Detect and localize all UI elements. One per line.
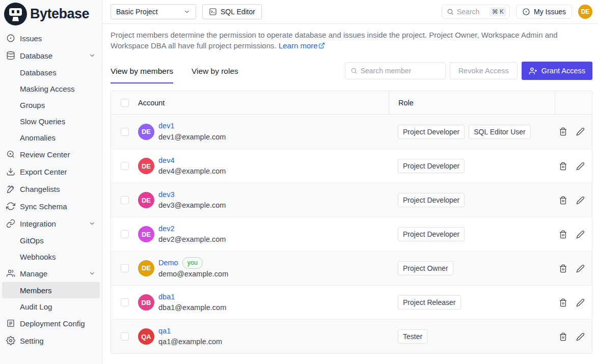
member-name-link[interactable]: dev4 xyxy=(158,155,226,166)
sidebar-item-setting[interactable]: Setting xyxy=(2,332,100,349)
terminal-square-icon xyxy=(209,8,217,16)
table-row: DE dev3 dev3@example.com Project Develop… xyxy=(111,183,592,217)
controls-row: View by members View by roles Search mem… xyxy=(111,62,592,83)
row-checkbox[interactable] xyxy=(121,298,129,306)
row-checkbox[interactable] xyxy=(121,162,129,170)
sidebar-item-label: Deployment Config xyxy=(20,319,85,328)
role-chip: Tester xyxy=(398,329,427,344)
pencil-ruler-icon xyxy=(6,184,15,193)
row-checkbox[interactable] xyxy=(121,128,129,136)
external-link-icon xyxy=(318,41,325,47)
sidebar-item-members[interactable]: Members xyxy=(2,282,100,298)
search-member-input[interactable]: Search member xyxy=(345,62,446,79)
member-email: dev3@example.com xyxy=(158,200,226,211)
sidebar-item-review-center[interactable]: Review Center xyxy=(2,146,100,163)
member-email: dev4@example.com xyxy=(158,166,226,177)
edit-member-button[interactable] xyxy=(576,230,585,239)
project-select[interactable]: Basic Project xyxy=(111,4,196,19)
sidebar-item-slow-queries[interactable]: Slow Queries xyxy=(2,113,100,129)
row-checkbox[interactable] xyxy=(121,264,129,272)
sidebar-item-gitops[interactable]: GitOps xyxy=(2,232,100,248)
delete-member-button[interactable] xyxy=(559,196,567,205)
review-search-icon xyxy=(6,150,15,159)
edit-member-button[interactable] xyxy=(576,298,585,307)
role-chip: Project Releaser xyxy=(398,295,461,310)
users-icon xyxy=(6,269,15,278)
sidebar-nav: Issues Database Databases Masking Access… xyxy=(0,29,102,349)
member-name-link[interactable]: dev2 xyxy=(158,223,226,234)
edit-member-button[interactable] xyxy=(576,332,585,341)
you-badge: you xyxy=(182,257,203,268)
sidebar-item-anomalies[interactable]: Anomalies xyxy=(2,129,100,146)
sidebar-item-sync-schema[interactable]: Sync Schema xyxy=(2,198,100,215)
page-description: Project members determine the permission… xyxy=(111,30,592,51)
edit-member-button[interactable] xyxy=(576,127,585,136)
delete-member-button[interactable] xyxy=(559,298,567,307)
select-all-checkbox[interactable] xyxy=(121,99,129,107)
sidebar-item-database[interactable]: Database xyxy=(2,47,100,64)
sidebar-item-manage[interactable]: Manage xyxy=(2,265,100,282)
tab-view-by-roles[interactable]: View by roles xyxy=(192,67,238,83)
member-name-link[interactable]: Demo xyxy=(158,258,178,268)
sidebar-item-label: Review Center xyxy=(20,150,70,159)
delete-member-button[interactable] xyxy=(559,230,567,239)
member-name-link[interactable]: dba1 xyxy=(158,292,226,302)
delete-member-button[interactable] xyxy=(559,127,567,136)
member-name-link[interactable]: dev3 xyxy=(158,189,226,200)
tab-view-by-members[interactable]: View by members xyxy=(111,67,173,83)
sidebar-item-label: Database xyxy=(20,51,52,60)
sidebar-item-webhooks[interactable]: Webhooks xyxy=(2,248,100,265)
edit-member-button[interactable] xyxy=(576,264,585,273)
sidebar-item-export-center[interactable]: Export Center xyxy=(2,163,100,180)
delete-member-button[interactable] xyxy=(559,162,567,171)
avatar: DE xyxy=(138,124,154,140)
table-row: DE dev1 dev1@example.com Project Develop… xyxy=(111,115,592,149)
chevron-down-icon xyxy=(89,220,96,227)
sidebar-item-audit-log[interactable]: Audit Log xyxy=(2,298,100,315)
view-tabs: View by members View by roles xyxy=(111,67,238,83)
database-icon xyxy=(6,51,15,60)
global-search-input[interactable]: Search ⌘ K xyxy=(442,5,510,19)
sidebar-item-label: Issues xyxy=(20,34,42,43)
sidebar-item-issues[interactable]: Issues xyxy=(2,30,100,47)
role-chip: SQL Editor User xyxy=(469,125,530,139)
project-select-value: Basic Project xyxy=(116,8,158,16)
avatar: DE xyxy=(138,192,154,208)
table-row: DE Demo you demo@example.com Project Own… xyxy=(111,251,592,285)
my-issues-button[interactable]: My Issues xyxy=(516,5,572,19)
sidebar-item-changelists[interactable]: Changelists xyxy=(2,180,100,198)
sidebar-item-masking-access[interactable]: Masking Access xyxy=(2,80,100,97)
search-icon xyxy=(350,67,358,74)
table-row: DE dev4 dev4@example.com Project Develop… xyxy=(111,149,592,183)
user-avatar[interactable]: DE xyxy=(578,5,592,19)
sidebar-item-databases[interactable]: Databases xyxy=(2,64,100,80)
sidebar-item-label: Sync Schema xyxy=(20,202,67,211)
sidebar-item-label: Setting xyxy=(20,337,44,345)
sql-editor-button[interactable]: SQL Editor xyxy=(202,4,262,19)
table-row: QA qa1 qa1@example.com Tester xyxy=(111,319,592,353)
sql-editor-label: SQL Editor xyxy=(221,8,255,16)
row-checkbox[interactable] xyxy=(121,332,129,341)
sidebar-item-label: Masking Access xyxy=(20,85,75,93)
avatar: DE xyxy=(138,260,154,276)
sidebar-item-integration[interactable]: Integration xyxy=(2,215,100,232)
sidebar-item-groups[interactable]: Groups xyxy=(2,97,100,113)
edit-member-button[interactable] xyxy=(576,162,585,171)
grant-access-button[interactable]: Grant Access xyxy=(522,62,592,80)
table-header: Account Role xyxy=(111,91,592,115)
edit-member-button[interactable] xyxy=(576,196,585,205)
sidebar-item-deployment-config[interactable]: Deployment Config xyxy=(2,315,100,332)
row-checkbox[interactable] xyxy=(121,196,129,204)
revoke-access-button[interactable]: Revoke Access xyxy=(450,62,518,79)
delete-member-button[interactable] xyxy=(559,264,567,273)
row-checkbox[interactable] xyxy=(121,230,129,238)
member-name-link[interactable]: dev1 xyxy=(158,121,226,131)
sidebar-item-label: Changelists xyxy=(20,185,60,193)
search-shortcut-kbd: ⌘ K xyxy=(490,7,506,16)
members-table: Account Role DE dev1 dev1@example.com xyxy=(111,91,592,354)
member-name-link[interactable]: qa1 xyxy=(158,326,222,337)
brand-logo[interactable]: Bytebase xyxy=(0,0,102,29)
learn-more-link[interactable]: Learn more xyxy=(279,41,318,50)
main-column: Basic Project SQL Editor Search ⌘ K My I… xyxy=(102,0,598,364)
delete-member-button[interactable] xyxy=(559,332,567,341)
